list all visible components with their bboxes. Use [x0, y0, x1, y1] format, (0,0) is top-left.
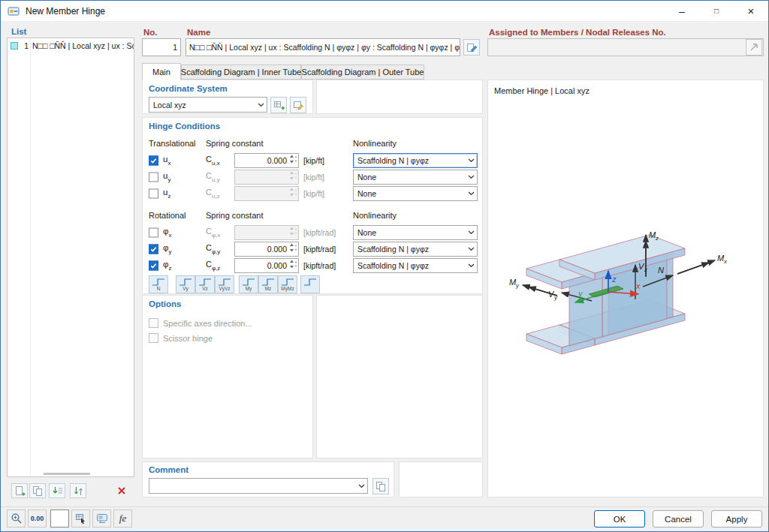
edit-name-button[interactable] [463, 39, 480, 56]
footer-divider [1, 506, 768, 507]
empty-panel-bottom [399, 461, 483, 497]
spinner-arrows-icon [289, 226, 294, 239]
empty-panel-middle [316, 295, 483, 458]
preset-button-vy[interactable]: Vy [176, 275, 195, 293]
edit-coordinate-system-button[interactable] [290, 97, 306, 113]
spinner-arrows-icon[interactable] [289, 242, 294, 255]
display-properties-button[interactable] [92, 509, 111, 527]
ok-button[interactable]: OK [594, 510, 645, 527]
spinner-grip-icon [294, 227, 297, 238]
spring-value: 0.000 [237, 156, 289, 165]
uy-checkbox[interactable] [149, 172, 158, 182]
coordinate-system-select[interactable]: Local xyz [149, 97, 267, 113]
tab-scaffolding-inner-tube[interactable]: Scaffolding Diagram | Inner Tube [181, 65, 301, 80]
phiy-nonlinearity-select[interactable]: Scaffolding N | φyφz [353, 242, 478, 257]
phiz-spring-input[interactable]: 0.000 [234, 258, 299, 273]
list-item[interactable]: 1 N□□ □N̄N̄ | Local xyz | ux : Sca [8, 39, 134, 53]
find-button[interactable] [7, 509, 26, 527]
ux-nonlinearity-value: Scaffolding N | φyφz [357, 156, 466, 165]
phiy-checkbox[interactable] [149, 244, 158, 254]
no-field[interactable]: 1 [142, 38, 181, 56]
spinner-grip-icon[interactable] [294, 155, 297, 166]
spinner-grip-icon[interactable] [294, 243, 297, 254]
preset-button-mymz[interactable]: MyMz [278, 275, 297, 293]
preset-button-my[interactable]: My [239, 275, 258, 293]
no-value: 1 [173, 43, 177, 52]
units-button[interactable]: 0.00 [28, 509, 47, 527]
apply-button[interactable]: Apply [711, 510, 762, 527]
spinner-arrows-icon[interactable] [289, 154, 294, 167]
phiz-unit-label: [kipft/rad] [303, 261, 336, 270]
preset-button-n[interactable]: N [149, 275, 168, 293]
chevron-down-icon [466, 191, 477, 196]
preset-button-vyvz[interactable]: VyVz [215, 275, 234, 293]
phix-nonlinearity-select[interactable]: None [353, 225, 478, 240]
list-hscrollbar[interactable] [44, 473, 90, 475]
minimize-button[interactable]: – [665, 1, 699, 21]
spinner-grip-icon [294, 188, 297, 199]
pick-in-table-button[interactable] [71, 509, 90, 527]
chevron-down-icon [255, 103, 267, 107]
spinner-arrows-icon[interactable] [289, 259, 294, 272]
tab-scaffolding-outer-tube[interactable]: Scaffolding Diagram | Outer Tube [301, 65, 424, 80]
uz-spring-input [234, 186, 299, 201]
cancel-button[interactable]: Cancel [653, 510, 704, 527]
formula-editor-button[interactable]: fe [113, 509, 132, 527]
maximize-button[interactable]: □ [699, 1, 734, 21]
list-title: List [11, 27, 26, 36]
close-button[interactable]: × [734, 1, 768, 21]
phix-spring-input [234, 225, 299, 240]
new-coordinate-system-button[interactable] [270, 97, 287, 113]
tab-main[interactable]: Main [142, 63, 181, 80]
phiz-nonlinearity-select[interactable]: Scaffolding N | φyφz [353, 258, 478, 273]
preset-label: Vz [202, 286, 208, 291]
window-title: New Member Hinge [26, 6, 105, 17]
hinge-diagram-icon [281, 278, 294, 286]
resort-button[interactable] [70, 483, 86, 498]
hinge-type-icon [11, 42, 18, 50]
options-group: Options Specific axes direction... Sciss… [142, 295, 313, 458]
delete-item-button[interactable] [113, 483, 130, 498]
axis-label-mx-sub: x [723, 258, 728, 265]
phix-checkbox[interactable] [149, 227, 158, 237]
phiy-spring-input[interactable]: 0.000 [234, 242, 299, 257]
preset-button-custom[interactable] [300, 275, 320, 293]
name-label: Name [187, 28, 210, 37]
comment-input[interactable] [149, 478, 368, 494]
color-swatch-button[interactable] [50, 509, 69, 527]
assigned-label: Assigned to Members / Nodal Releases No. [489, 28, 666, 37]
name-field[interactable]: N□□ □N̄N̄ | Local xyz | ux : Scaffolding… [185, 38, 460, 56]
copy-comment-button[interactable] [372, 478, 389, 494]
phiy-nonlinearity-value: Scaffolding N | φyφz [357, 245, 466, 254]
preset-button-vz[interactable]: Vz [195, 275, 215, 293]
phiy-spring-constant-label: Cφ,y [206, 243, 220, 254]
ux-label: ux [163, 155, 170, 166]
copy-item-button[interactable] [29, 483, 46, 498]
spring-value: 0.000 [237, 261, 289, 270]
new-item-button[interactable] [11, 483, 28, 498]
pick-arrow-icon [749, 42, 759, 53]
phiz-checkbox[interactable] [149, 260, 158, 270]
uz-nonlinearity-select[interactable]: None [353, 186, 478, 201]
spinner-grip-icon[interactable] [294, 260, 297, 271]
uy-nonlinearity-select[interactable]: None [353, 170, 478, 185]
title-bar: New Member Hinge – □ × [1, 1, 768, 22]
fe-label: fe [119, 512, 126, 524]
arrows-swap-icon [73, 485, 84, 497]
pencil-icon [466, 42, 478, 53]
renumber-button[interactable] [49, 483, 65, 498]
hinge-list[interactable]: 1 N□□ □N̄N̄ | Local xyz | ux : Sca [7, 38, 134, 477]
uz-checkbox[interactable] [149, 188, 158, 198]
axis-label-vz-sub: z [644, 266, 647, 273]
ux-checkbox[interactable] [149, 155, 158, 165]
axis-label-my-sub: y [515, 282, 520, 289]
preset-button-mz[interactable]: Mz [258, 275, 278, 293]
phiz-nonlinearity-value: Scaffolding N | φyφz [357, 261, 466, 270]
phiz-label: φz [163, 260, 171, 271]
hinge-conditions-group: Hinge Conditions Translational Spring co… [142, 117, 483, 294]
list-item-label: N□□ □N̄N̄ | Local xyz | ux : Sca [32, 41, 134, 50]
ux-spring-input[interactable]: 0.000 [234, 153, 299, 168]
ux-nonlinearity-select[interactable]: Scaffolding N | φyφz [353, 153, 478, 168]
specific-axes-option: Specific axes direction... [149, 318, 252, 328]
translational-header: Translational [149, 139, 196, 148]
